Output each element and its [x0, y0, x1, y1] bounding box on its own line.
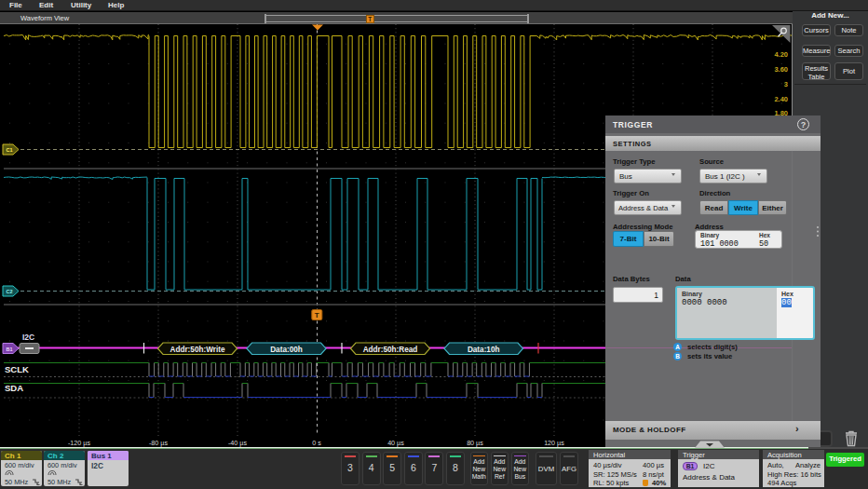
- svg-text:120 µs: 120 µs: [544, 439, 564, 447]
- svg-text:4.20: 4.20: [774, 50, 788, 59]
- svg-text:Addr:50h:Write: Addr:50h:Write: [170, 346, 225, 354]
- svg-text:Addr:50h:Read: Addr:50h:Read: [363, 346, 418, 354]
- svg-text:Data:10h: Data:10h: [468, 346, 500, 354]
- svg-text:-40 µs: -40 µs: [228, 439, 248, 447]
- svg-text:0 s: 0 s: [312, 439, 321, 447]
- svg-text:80 µs: 80 µs: [467, 439, 483, 447]
- svg-text:-120 µs: -120 µs: [68, 439, 91, 447]
- svg-text:Data:00h: Data:00h: [270, 346, 303, 354]
- svg-text:I2C: I2C: [22, 333, 34, 342]
- svg-text:T: T: [315, 311, 319, 319]
- svg-text:40 µs: 40 µs: [387, 439, 404, 447]
- svg-text:B1: B1: [6, 346, 12, 352]
- svg-text:-80 µs: -80 µs: [149, 439, 169, 447]
- svg-text:SDA: SDA: [5, 383, 23, 393]
- svg-text:SCLK: SCLK: [5, 364, 29, 374]
- svg-text:3.60: 3.60: [774, 65, 788, 74]
- svg-text:3: 3: [784, 80, 788, 88]
- svg-text:C2: C2: [6, 289, 12, 294]
- svg-text:2.40: 2.40: [774, 95, 788, 103]
- svg-text:C1: C1: [6, 147, 12, 153]
